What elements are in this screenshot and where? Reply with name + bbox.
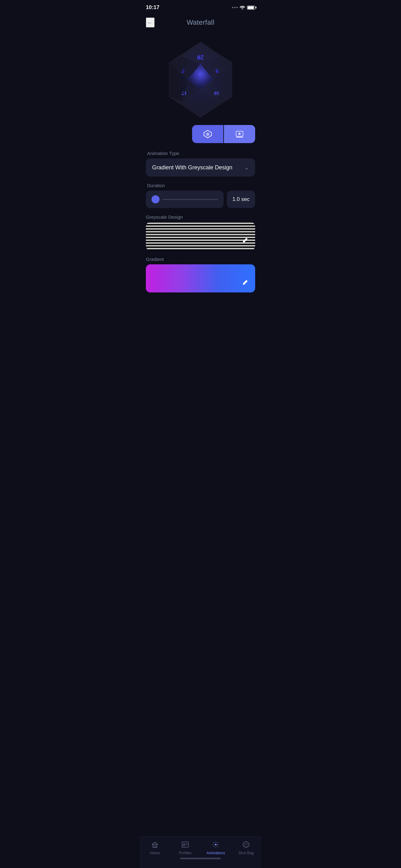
svg-marker-21	[239, 132, 241, 135]
header: ← Waterfall	[140, 14, 261, 31]
chevron-down-icon: ⌄	[244, 164, 249, 171]
signal-icon	[232, 7, 238, 8]
gradient-edit-overlay	[240, 277, 250, 287]
status-icons	[232, 5, 255, 10]
page-title: Waterfall	[187, 19, 214, 27]
duration-label: Duration	[140, 183, 261, 191]
svg-text:◇: ◇	[206, 132, 209, 135]
gradient-design-preview[interactable]	[146, 264, 255, 292]
animation-type-label: Animation Type	[140, 151, 261, 158]
duration-value: 1.0 sec	[227, 191, 255, 208]
svg-rect-22	[236, 137, 243, 137]
greyscale-design-preview[interactable]	[146, 222, 255, 250]
dice-action-button[interactable]: ◇	[192, 125, 223, 143]
dice-display: 20 2 8 17 10	[140, 31, 261, 125]
status-bar: 10:17	[140, 0, 261, 14]
status-time: 10:17	[146, 4, 159, 11]
duration-slider[interactable]	[146, 191, 224, 208]
dice-3d-model: 20 2 8 17 10	[163, 39, 238, 120]
greyscale-stripes-visual	[146, 222, 255, 250]
play-action-button[interactable]	[224, 125, 255, 143]
duration-row: 1.0 sec	[146, 191, 255, 208]
wifi-icon	[239, 5, 245, 10]
greyscale-design-label: Greyscale Design	[146, 214, 255, 222]
pencil-icon	[242, 279, 248, 286]
play-icon	[235, 130, 244, 138]
pencil-icon	[242, 237, 248, 244]
animation-type-value: Gradient With Greyscale Design	[152, 164, 232, 171]
slider-thumb	[152, 195, 160, 204]
battery-icon	[247, 6, 255, 10]
dice-icon: ◇	[203, 130, 212, 138]
animation-type-dropdown[interactable]: Gradient With Greyscale Design ⌄	[146, 158, 255, 177]
svg-marker-16	[169, 42, 232, 117]
svg-point-0	[242, 9, 243, 10]
greyscale-design-section: Greyscale Design	[146, 214, 255, 250]
gradient-label: Gradient	[146, 256, 255, 264]
back-button[interactable]: ←	[146, 18, 155, 28]
gradient-section: Gradient	[146, 256, 255, 292]
slider-track	[163, 199, 218, 200]
greyscale-edit-overlay	[240, 235, 250, 245]
action-buttons: ◇	[140, 125, 261, 151]
